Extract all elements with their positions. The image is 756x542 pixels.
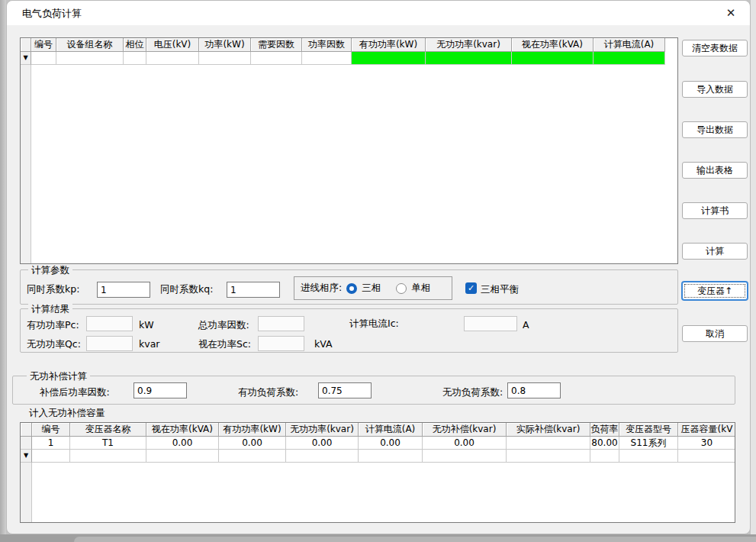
output-table-button[interactable]: 输出表格	[682, 162, 748, 179]
column-header[interactable]: 无功补偿(kvar)	[423, 423, 507, 437]
kq-input[interactable]	[227, 282, 280, 298]
column-header[interactable]: 无功功率(kvar)	[286, 423, 359, 437]
table-cell[interactable]	[359, 450, 423, 463]
table-cell[interactable]	[302, 52, 352, 65]
column-header[interactable]: 计算电流(A)	[359, 423, 423, 437]
table-cell[interactable]: 0.00	[423, 437, 507, 450]
row-selector-cell[interactable]: ▼	[21, 450, 32, 463]
table-cell[interactable]	[507, 437, 590, 450]
table-cell[interactable]	[146, 52, 199, 65]
table-cell[interactable]	[619, 450, 678, 463]
desktop-background: 电气负荷计算 ✕ 编号 设备组名称 相位 电压(kV) 功率(kW) 需要因数 …	[0, 0, 756, 542]
table-cell[interactable]: 30	[678, 437, 735, 450]
background-right-strip	[751, 0, 756, 534]
column-header[interactable]: 需要因数	[251, 38, 302, 52]
column-header[interactable]: 相位	[124, 38, 146, 52]
transformer-table-header-row: 编号 变压器名称 视在功率(kVA) 有功功率(kW) 无功功率(kvar) 计…	[21, 423, 735, 437]
pc-label: 有功功率Pc:	[27, 319, 79, 332]
column-header[interactable]: 压器容量(kV	[678, 423, 735, 437]
computed-cell	[594, 52, 665, 65]
column-header[interactable]: 实际补偿(kvar)	[507, 423, 590, 437]
table-cell[interactable]	[70, 450, 146, 463]
table-cell[interactable]: T1	[70, 437, 146, 450]
table-cell[interactable]	[251, 52, 302, 65]
close-icon[interactable]: ✕	[721, 4, 741, 22]
table-cell[interactable]: 0.00	[359, 437, 423, 450]
table-cell[interactable]: 0.00	[219, 437, 286, 450]
row-selector-header	[21, 38, 31, 52]
equipment-table-header-row: 编号 设备组名称 相位 电压(kV) 功率(kW) 需要因数 功率因数 有功功率…	[21, 38, 677, 52]
table-cell[interactable]	[124, 52, 146, 65]
table-cell[interactable]	[507, 450, 590, 463]
table-cell[interactable]	[423, 450, 507, 463]
export-data-button[interactable]: 导出数据	[682, 121, 748, 138]
table-cell[interactable]: 1	[32, 437, 70, 450]
sc-unit: kVA	[314, 338, 333, 350]
column-header[interactable]: 编号	[32, 423, 70, 437]
title-bar[interactable]: 电气负荷计算 ✕	[7, 1, 750, 25]
table-cell[interactable]: 80.00	[590, 437, 619, 450]
table-cell[interactable]	[286, 450, 359, 463]
column-header[interactable]: 电压(kV)	[146, 38, 199, 52]
table-cell[interactable]	[146, 450, 219, 463]
row-selector-cell[interactable]	[21, 437, 32, 450]
column-header[interactable]: 负荷率	[590, 423, 619, 437]
table-cell[interactable]	[219, 450, 286, 463]
reactive-compensation-group: 无功补偿计算 补偿后功率因数: 有功负荷系数: 无功负荷系数:	[12, 376, 735, 405]
column-header[interactable]: 功率因数	[302, 38, 352, 52]
calculate-button[interactable]: 计算	[682, 243, 748, 260]
row-selector-header	[21, 423, 32, 437]
column-header[interactable]: 有功功率(kW)	[219, 423, 286, 437]
column-header[interactable]: 有功功率(kW)	[352, 38, 426, 52]
radio-single-phase[interactable]	[396, 283, 407, 294]
calc-report-button[interactable]: 计算书	[682, 202, 748, 219]
cancel-button[interactable]: 取消	[682, 325, 748, 342]
column-header[interactable]: 视在功率(kVA)	[146, 423, 219, 437]
transformer-button[interactable]: 变压器↑	[682, 282, 748, 300]
three-phase-balance-checkbox[interactable]	[465, 282, 477, 294]
table-row: ▼	[21, 450, 735, 463]
clear-table-button[interactable]: 清空表数据	[682, 40, 748, 56]
pf-after-input[interactable]	[134, 382, 187, 398]
column-header[interactable]: 功率(kW)	[199, 38, 251, 52]
active-factor-input[interactable]	[318, 382, 372, 398]
column-header[interactable]: 无功功率(kvar)	[426, 38, 512, 52]
reactive-factor-input[interactable]	[507, 382, 561, 398]
row-selector-column	[21, 65, 31, 263]
kp-input[interactable]	[97, 282, 150, 298]
current-row-marker-icon: ▼	[24, 453, 28, 459]
group-title: 无功补偿计算	[27, 370, 90, 383]
qc-unit: kvar	[139, 338, 159, 350]
table-cell[interactable]	[199, 52, 251, 65]
computed-cell	[512, 52, 594, 65]
kq-label: 同时系数kq:	[160, 283, 213, 296]
three-phase-label[interactable]: 三相	[362, 282, 381, 295]
column-header[interactable]: 编号	[31, 38, 56, 52]
table-cell[interactable]	[32, 450, 70, 463]
single-phase-label[interactable]: 单相	[411, 282, 430, 295]
table-cell[interactable]: 0.00	[286, 437, 359, 450]
import-data-button[interactable]: 导入数据	[682, 81, 748, 98]
radio-three-phase[interactable]	[346, 283, 357, 294]
column-header[interactable]: 设备组名称	[56, 38, 124, 52]
balance-label[interactable]: 三相平衡	[481, 283, 519, 296]
column-header[interactable]: 变压器名称	[70, 423, 146, 437]
row-selector-cell[interactable]: ▼	[21, 52, 31, 65]
pf-label: 总功率因数:	[198, 319, 249, 332]
table-cell[interactable]	[31, 52, 56, 65]
pc-unit: kW	[139, 319, 154, 331]
table-cell[interactable]	[678, 450, 735, 463]
background-window-edge	[74, 537, 756, 542]
table-cell[interactable]	[56, 52, 124, 65]
table-cell[interactable]: S11系列	[619, 437, 678, 450]
group-title: 计算结果	[28, 303, 72, 316]
transformer-compensation-table: 编号 变压器名称 视在功率(kVA) 有功功率(kW) 无功功率(kvar) 计…	[20, 422, 735, 523]
table-cell[interactable]: 0.00	[146, 437, 219, 450]
table-cell[interactable]	[590, 450, 619, 463]
column-header[interactable]: 计算电流(A)	[594, 38, 665, 52]
table-row: ▼	[21, 52, 677, 65]
group-title: 计算参数	[28, 264, 72, 277]
column-header[interactable]: 视在功率(kVA)	[512, 38, 594, 52]
column-header[interactable]: 变压器型号	[619, 423, 678, 437]
reactive-factor-label: 无功负荷系数:	[442, 386, 503, 399]
